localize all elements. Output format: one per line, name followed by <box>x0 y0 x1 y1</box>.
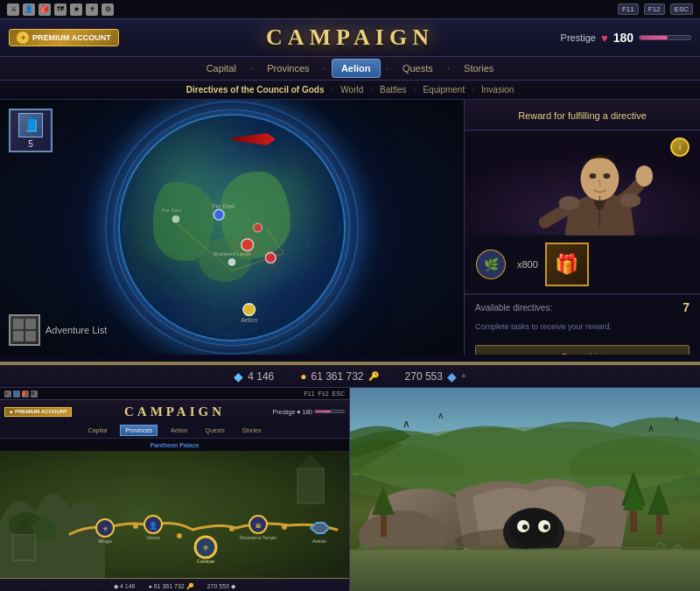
tab-quests[interactable]: Quests <box>394 60 442 77</box>
svg-text:Aelion: Aelion <box>241 317 257 323</box>
mini-map-svg: ⚜ Moga 👤 Voros ⚜ Calatae 🏛 Re <box>0 451 349 578</box>
mini-icon-2: 👤 <box>13 390 20 398</box>
map-icon[interactable]: 🗺 <box>54 4 66 16</box>
nav-sep-3: · <box>381 62 394 74</box>
subnav-invasion[interactable]: Invasion <box>474 83 521 96</box>
mini-premium-badge: ✦ PREMIUM ACCOUNT <box>4 407 72 417</box>
guild-icon[interactable]: ⚜ <box>86 4 98 16</box>
mini-prestige: Prestige ♥ 180 <box>273 409 345 415</box>
mini-premium-label: PREMIUM ACCOUNT <box>15 409 67 414</box>
mini-tab-provinces[interactable]: Provinces <box>120 425 158 436</box>
mini-icon-3: 🎒 <box>22 390 29 398</box>
svg-point-26 <box>603 173 610 179</box>
adv-cell-2 <box>25 319 36 329</box>
character-portrait <box>465 130 700 236</box>
adventure-list-button[interactable]: Adventure List <box>9 314 107 346</box>
star-icon[interactable]: ★ <box>70 4 82 16</box>
bottom-left-screenshot: ⚔ 👤 🎒 ⚙ F11 F12 ESC ✦ PREMIUM ACCOUNT CA… <box>0 388 350 591</box>
mini-currency-2: ● 61 361 732 🔑 <box>149 583 194 590</box>
mini-tab-capital[interactable]: Capital <box>84 426 112 435</box>
svg-point-53 <box>229 526 234 531</box>
reward-items: 🌿 x800 🎁 <box>465 236 700 294</box>
subnav-directives[interactable]: Directives of the Council of Gods <box>179 83 332 96</box>
directives-count: 7 <box>682 300 690 314</box>
title-bar-left: ✦ PREMIUM ACCOUNT <box>9 29 119 46</box>
right-panel: Reward for fulfilling a directive i <box>464 100 700 355</box>
bird-1: ∧ <box>402 418 410 430</box>
currency-1-item: ◆ 4 146 <box>234 369 274 383</box>
mini-hotkeys: F11 F12 ESC <box>304 390 345 397</box>
svg-rect-55 <box>13 534 35 560</box>
svg-rect-57 <box>298 468 324 503</box>
tab-provinces[interactable]: Provinces <box>258 60 318 77</box>
plus-icon: + <box>461 371 466 381</box>
subnav-battles[interactable]: Battles <box>373 83 414 96</box>
title-bar: ✦ PREMIUM ACCOUNT CAMPAIGN Prestige ♥ 18… <box>0 19 700 56</box>
laurel-badge-svg: 🌿 <box>475 249 507 280</box>
coin-icon: ● <box>300 370 306 383</box>
top-bar-icons: ⚔ 👤 🎒 🗺 ★ ⚜ ⚙ <box>7 4 114 16</box>
aircraft-body <box>232 133 276 145</box>
mini-subnav: Pantheon Palace <box>0 439 349 451</box>
mini-sep-3: · <box>196 427 198 433</box>
mini-prestige-fill <box>315 411 331 412</box>
chest-icon: 🎁 <box>555 253 578 276</box>
mini-tab-aelion[interactable]: Aelion <box>166 426 192 435</box>
page-title: CAMPAIGN <box>266 25 434 51</box>
mini-subnav-province[interactable]: Pantheon Palace <box>150 442 199 448</box>
svg-text:Moga: Moga <box>98 538 112 544</box>
settings-icon[interactable]: ⚙ <box>102 4 114 16</box>
prestige-heart-icon: ♥ <box>601 32 608 45</box>
main-content: 📘 5 <box>0 100 700 355</box>
svg-point-29 <box>559 196 580 210</box>
top-section: ⚔ 👤 🎒 🗺 ★ ⚜ ⚙ F11 F12 ESC ✦ PREMIUM ACCO… <box>0 0 700 363</box>
svg-text:Voros: Voros <box>146 535 159 540</box>
nav-sep-1: · <box>245 62 258 74</box>
laurel-badge: 🌿 <box>475 249 507 280</box>
prestige-value: 180 <box>613 31 634 45</box>
adventure-label: Adventure List <box>46 325 107 335</box>
tab-stories[interactable]: Stories <box>455 60 502 77</box>
mini-title-bar: ✦ PREMIUM ACCOUNT CAMPAIGN Prestige ♥ 18… <box>0 400 349 423</box>
subnav-world[interactable]: World <box>333 83 370 96</box>
char-icon[interactable]: 👤 <box>23 4 35 16</box>
menu-icon[interactable]: ⚔ <box>7 4 19 16</box>
premium-icon: ✦ <box>17 32 29 44</box>
bottom-right-screenshot: ∧ ∧ ∧ ∧ <box>350 388 700 591</box>
prestige-bar <box>639 35 691 40</box>
svg-point-30 <box>620 193 640 208</box>
subnav-equipment[interactable]: Equipment <box>416 83 472 96</box>
svg-point-67 <box>509 509 558 547</box>
bottom-section: ⚔ 👤 🎒 ⚙ F11 F12 ESC ✦ PREMIUM ACCOUNT CA… <box>0 388 700 591</box>
currency-2-item: ● 61 361 732 🔑 <box>300 370 378 383</box>
esc-button[interactable]: ESC <box>670 4 693 15</box>
mini-title: CAMPAIGN <box>124 405 225 419</box>
mini-map-area: ⚜ Moga 👤 Voros ⚜ Calatae 🏛 Re <box>0 451 349 578</box>
nav-sep-2: · <box>318 62 332 74</box>
mini-tab-stories[interactable]: Stories <box>238 426 266 435</box>
mini-icon-1: ⚔ <box>4 390 11 398</box>
f11-button[interactable]: F11 <box>618 4 639 15</box>
adv-cell-3 <box>13 331 24 341</box>
reward-header: Reward for fulfilling a directive <box>465 100 700 130</box>
blue-diamond-icon: ◆ <box>447 369 457 383</box>
mini-currency-3: 270 553 ◆ <box>207 583 235 590</box>
mini-prestige-text: Prestige ♥ 180 <box>273 409 312 415</box>
adventure-icon <box>9 314 40 346</box>
reward-title: Reward for fulfilling a directive <box>518 110 647 121</box>
diamond-icon: ◆ <box>234 369 243 383</box>
title-bar-right: Prestige ♥ 180 <box>561 31 691 45</box>
mini-game: ⚔ 👤 🎒 ⚙ F11 F12 ESC ✦ PREMIUM ACCOUNT CA… <box>0 388 349 591</box>
tab-capital[interactable]: Capital <box>198 60 245 77</box>
tab-aelion[interactable]: Aelion <box>332 59 381 78</box>
directives-label: Available directives: <box>475 303 552 313</box>
f12-button[interactable]: F12 <box>644 4 665 15</box>
quest-list-button[interactable]: Quest List <box>475 345 690 355</box>
mini-tab-quests[interactable]: Quests <box>200 426 228 435</box>
nav-sep-4: · <box>442 62 455 74</box>
mini-f12: F12 <box>318 390 329 397</box>
bag-icon[interactable]: 🎒 <box>38 4 51 16</box>
bird-3: ∧ <box>648 423 654 433</box>
reward-portrait: i <box>465 130 700 236</box>
svg-point-15 <box>243 303 256 315</box>
